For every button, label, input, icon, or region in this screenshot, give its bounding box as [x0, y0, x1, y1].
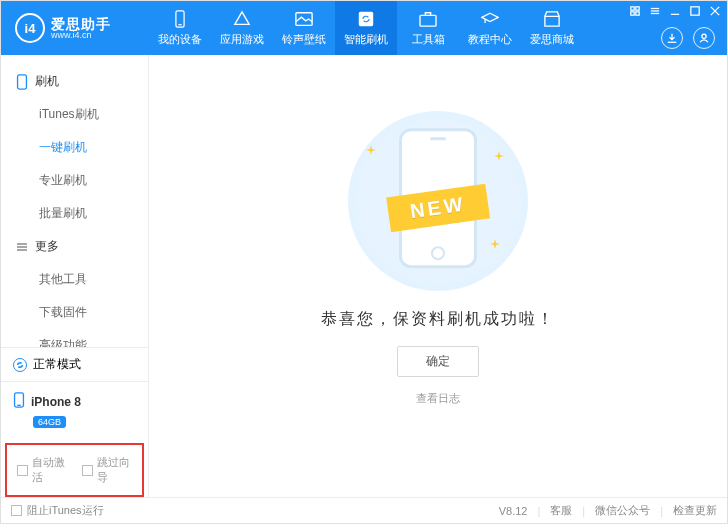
nav-tab-label: 智能刷机: [344, 32, 388, 47]
header-user-area: [661, 27, 715, 49]
svg-rect-3: [359, 11, 373, 25]
download-icon[interactable]: [661, 27, 683, 49]
logo-block: i4 爱思助手 www.i4.cn: [1, 13, 149, 43]
sparkle-icon: [366, 141, 376, 151]
checkbox-block-itunes[interactable]: 阻止iTunes运行: [11, 503, 104, 518]
nav-tab-label: 爱思商城: [530, 32, 574, 47]
storage-badge: 64GB: [33, 416, 66, 428]
checkbox-label: 阻止iTunes运行: [27, 503, 104, 518]
svg-point-17: [702, 34, 706, 38]
nav-tab-label: 教程中心: [468, 32, 512, 47]
phone-outline-icon: [15, 74, 29, 90]
checkbox-skip-setup[interactable]: 跳过向导: [82, 455, 133, 485]
nav-tab-store[interactable]: 爱思商城: [521, 1, 583, 55]
sidebar-item-batch-flash[interactable]: 批量刷机: [1, 197, 148, 230]
sidebar-section-title: 更多: [35, 238, 59, 255]
nav-tab-label: 铃声壁纸: [282, 32, 326, 47]
status-bar: 阻止iTunes运行 V8.12 | 客服 | 微信公众号 | 检查更新: [1, 497, 727, 523]
refresh-small-icon: [13, 358, 27, 372]
app-name: 爱思助手: [51, 17, 111, 31]
footer-link-update[interactable]: 检查更新: [673, 503, 717, 518]
list-icon: [15, 241, 29, 253]
sidebar-section-header[interactable]: 刷机: [1, 65, 148, 98]
logo-icon: i4: [15, 13, 45, 43]
checkbox-label: 跳过向导: [97, 455, 133, 485]
refresh-icon: [357, 10, 375, 28]
body-area: 刷机 iTunes刷机 一键刷机 专业刷机 批量刷机 更多 其他工具 下载固件 …: [1, 55, 727, 497]
nav-tabs: 我的设备 应用游戏 铃声壁纸 智能刷机 工具箱 教程中心 爱思商城: [149, 1, 583, 55]
toolbox-icon: [419, 10, 437, 28]
sidebar: 刷机 iTunes刷机 一键刷机 专业刷机 批量刷机 更多 其他工具 下载固件 …: [1, 55, 149, 497]
logo-text: 爱思助手 www.i4.cn: [51, 17, 111, 40]
footer-link-wechat[interactable]: 微信公众号: [595, 503, 650, 518]
sidebar-checkboxes-highlight: 自动激活 跳过向导: [5, 443, 144, 497]
svg-rect-13: [691, 7, 699, 15]
menu-icon[interactable]: [649, 5, 661, 17]
nav-tab-label: 工具箱: [412, 32, 445, 47]
success-illustration: NEW: [348, 111, 528, 291]
result-headline: 恭喜您，保资料刷机成功啦！: [321, 309, 555, 330]
checkbox-auto-activate[interactable]: 自动激活: [17, 455, 68, 485]
sparkle-icon: [494, 147, 504, 157]
footer-right: V8.12 | 客服 | 微信公众号 | 检查更新: [499, 503, 717, 518]
checkbox-box: [82, 465, 93, 476]
sidebar-item-advanced[interactable]: 高级功能: [1, 329, 148, 347]
sidebar-item-pro-flash[interactable]: 专业刷机: [1, 164, 148, 197]
mode-label: 正常模式: [33, 356, 81, 373]
app-url: www.i4.cn: [51, 31, 111, 40]
window-controls: [629, 5, 721, 17]
main-inner: NEW 恭喜您，保资料刷机成功啦！ 确定 查看日志: [321, 55, 555, 461]
view-log-link[interactable]: 查看日志: [416, 391, 460, 406]
sidebar-scroll: 刷机 iTunes刷机 一键刷机 专业刷机 批量刷机 更多 其他工具 下载固件 …: [1, 55, 148, 347]
ok-button[interactable]: 确定: [397, 346, 479, 377]
nav-tab-tutorials[interactable]: 教程中心: [459, 1, 521, 55]
sidebar-item-download-fw[interactable]: 下载固件: [1, 296, 148, 329]
device-name: iPhone 8: [31, 395, 81, 409]
sidebar-item-itunes-flash[interactable]: iTunes刷机: [1, 98, 148, 131]
sidebar-section-more: 更多 其他工具 下载固件 高级功能: [1, 230, 148, 347]
nav-tab-label: 我的设备: [158, 32, 202, 47]
sidebar-item-other-tools[interactable]: 其他工具: [1, 263, 148, 296]
maximize-icon[interactable]: [689, 5, 701, 17]
svg-rect-5: [631, 7, 634, 10]
svg-rect-7: [631, 12, 634, 15]
nav-tab-apps[interactable]: 应用游戏: [211, 1, 273, 55]
user-icon[interactable]: [693, 27, 715, 49]
phone-icon: [171, 10, 189, 28]
sparkle-icon: [490, 235, 500, 245]
sidebar-device-status[interactable]: iPhone 8 64GB: [1, 381, 148, 439]
nav-tab-ringtones[interactable]: 铃声壁纸: [273, 1, 335, 55]
sidebar-section-title: 刷机: [35, 73, 59, 90]
svg-rect-4: [420, 15, 436, 26]
nav-tab-my-device[interactable]: 我的设备: [149, 1, 211, 55]
nav-tab-toolbox[interactable]: 工具箱: [397, 1, 459, 55]
sidebar-item-oneclick-flash[interactable]: 一键刷机: [1, 131, 148, 164]
settings-icon[interactable]: [629, 5, 641, 17]
sidebar-mode-status[interactable]: 正常模式: [1, 347, 148, 381]
app-header: i4 爱思助手 www.i4.cn 我的设备 应用游戏 铃声壁纸 智能刷机 工具…: [1, 1, 727, 55]
sidebar-section-header[interactable]: 更多: [1, 230, 148, 263]
checkbox-box: [17, 465, 28, 476]
nav-tab-flash[interactable]: 智能刷机: [335, 1, 397, 55]
footer-link-support[interactable]: 客服: [550, 503, 572, 518]
graduation-icon: [481, 10, 499, 28]
minimize-icon[interactable]: [669, 5, 681, 17]
device-phone-icon: [13, 392, 25, 411]
svg-rect-8: [636, 12, 639, 15]
svg-rect-18: [18, 74, 27, 88]
version-label: V8.12: [499, 505, 528, 517]
close-icon[interactable]: [709, 5, 721, 17]
main-content: NEW 恭喜您，保资料刷机成功啦！ 确定 查看日志: [149, 55, 727, 497]
checkbox-label: 自动激活: [32, 455, 68, 485]
image-icon: [295, 10, 313, 28]
apps-icon: [233, 10, 251, 28]
sidebar-section-flash: 刷机 iTunes刷机 一键刷机 专业刷机 批量刷机: [1, 65, 148, 230]
nav-tab-label: 应用游戏: [220, 32, 264, 47]
svg-rect-6: [636, 7, 639, 10]
store-icon: [543, 10, 561, 28]
